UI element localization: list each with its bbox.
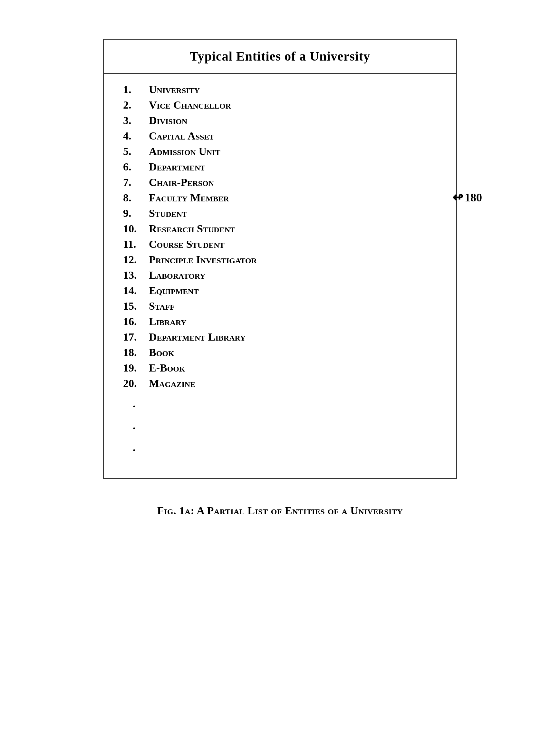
item-number: 5.: [123, 145, 149, 157]
item-number: 16.: [123, 315, 149, 328]
list-item: 10.Research Student: [123, 223, 437, 235]
item-number: 12.: [123, 254, 149, 266]
item-label: Research Student: [149, 223, 235, 235]
item-number: 7.: [123, 176, 149, 188]
list-item: 7.Chair-Person: [123, 176, 437, 188]
list-item: 15.Staff: [123, 300, 437, 312]
dots-section: . . .: [123, 393, 437, 458]
item-label: Equipment: [149, 285, 199, 297]
dot-1: .: [123, 393, 437, 415]
main-box: Typical Entities of a University 1.Unive…: [103, 39, 457, 479]
item-label: Faculty Member: [149, 192, 229, 204]
item-label: Library: [149, 315, 187, 328]
list-item: 9.Student: [123, 207, 437, 219]
list-item: 2.Vice Chancellor: [123, 99, 437, 111]
item-label: Admission Unit: [149, 145, 220, 157]
list-item: 5.Admission Unit: [123, 145, 437, 157]
item-number: 15.: [123, 300, 149, 312]
item-number: 13.: [123, 269, 149, 281]
item-number: 8.: [123, 192, 149, 204]
item-number: 18.: [123, 346, 149, 359]
list-item: 11.Course Student: [123, 238, 437, 250]
item-number: 9.: [123, 207, 149, 219]
list-item: 4.Capital Asset: [123, 130, 437, 142]
item-number: 19.: [123, 362, 149, 374]
item-label: Vice Chancellor: [149, 99, 231, 111]
item-label: Chair-Person: [149, 176, 214, 188]
list-item: 14.Equipment: [123, 285, 437, 297]
list-item: 1.University: [123, 83, 437, 96]
list-item: 18.Book: [123, 346, 437, 359]
list-item: 8.Faculty Member: [123, 192, 437, 204]
item-label: Student: [149, 207, 187, 219]
list-item: 13.Laboratory: [123, 269, 437, 281]
item-label: University: [149, 83, 200, 96]
item-label: Department Library: [149, 331, 246, 343]
item-number: 11.: [123, 238, 149, 250]
curved-arrow-icon: ↫: [452, 190, 463, 205]
item-number: 2.: [123, 99, 149, 111]
list-section: 1.University2.Vice Chancellor3.Division4…: [104, 74, 456, 478]
list-item: 17.Department Library: [123, 331, 437, 343]
item-number: 6.: [123, 161, 149, 173]
item-label: Department: [149, 161, 205, 173]
item-number: 3.: [123, 114, 149, 126]
item-number: 1.: [123, 83, 149, 96]
item-number: 14.: [123, 285, 149, 297]
figure-caption: Fig. 1a: A Partial List of Entities of a…: [157, 505, 403, 517]
item-label: Magazine: [149, 377, 195, 389]
item-label: Book: [149, 346, 174, 359]
title-section: Typical Entities of a University: [104, 40, 456, 74]
list-item: 19.E-Book: [123, 362, 437, 374]
item-number: 4.: [123, 130, 149, 142]
annotation-number: 180: [464, 191, 482, 204]
item-label: Principle Investigator: [149, 254, 257, 266]
item-number: 17.: [123, 331, 149, 343]
item-number: 20.: [123, 377, 149, 389]
list-item: 16.Library: [123, 315, 437, 328]
item-label: Laboratory: [149, 269, 206, 281]
item-label: E-Book: [149, 362, 185, 374]
item-label: Division: [149, 114, 187, 126]
list-item: 12.Principle Investigator: [123, 254, 437, 266]
list-item: 20.Magazine: [123, 377, 437, 389]
dot-3: .: [123, 437, 437, 458]
annotation-180: ↫ 180: [452, 190, 482, 205]
entity-list: 1.University2.Vice Chancellor3.Division4…: [123, 83, 437, 389]
list-item: 3.Division: [123, 114, 437, 126]
item-number: 10.: [123, 223, 149, 235]
item-label: Course Student: [149, 238, 225, 250]
dot-2: .: [123, 415, 437, 437]
box-title: Typical Entities of a University: [190, 49, 370, 64]
list-item: 6.Department: [123, 161, 437, 173]
item-label: Capital Asset: [149, 130, 214, 142]
item-label: Staff: [149, 300, 175, 312]
